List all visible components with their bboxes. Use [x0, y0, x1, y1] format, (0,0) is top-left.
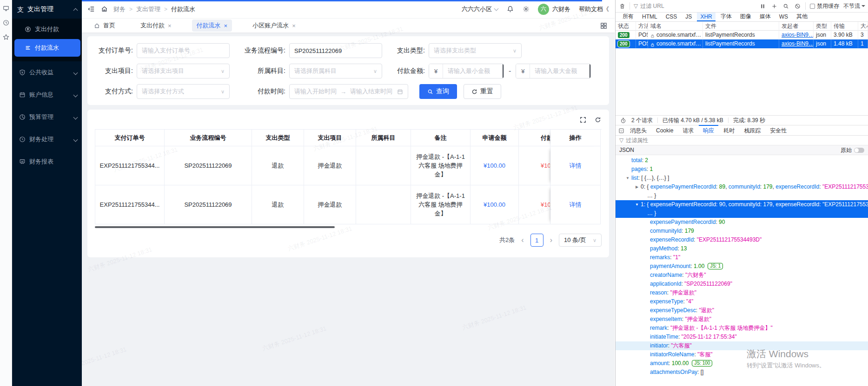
pagination-next-button[interactable]: › [550, 236, 552, 244]
json-tree-row[interactable]: … } [616, 191, 868, 200]
filter-tab-字体[interactable]: 字体 [717, 13, 735, 21]
sidebar-item-财务报表[interactable]: 财务报表 [12, 150, 82, 173]
json-tree-row[interactable]: expensePaymentRecordId: 90 [616, 218, 868, 227]
sidebar-item-预算管理[interactable]: 预算管理 [12, 106, 82, 128]
request-row[interactable]: 200POSTconsole.smartxf…listPaymentRecord… [616, 31, 868, 39]
net-column-方法[interactable]: 方法 [636, 22, 648, 31]
json-tree-row[interactable]: payMethod: 13 [616, 244, 868, 253]
filter-select[interactable]: 请选择支出类型∨ [429, 43, 522, 58]
grid-layout-icon[interactable] [600, 22, 607, 29]
max-amount-input[interactable]: ¥请输入最大金额 [516, 64, 591, 79]
initiator-link[interactable]: axios-BlN9… [779, 31, 814, 39]
json-tree-row[interactable]: expenseTypeDesc: "退款" [616, 306, 868, 315]
tab-首页[interactable]: 首页 [89, 20, 120, 32]
json-tree-row[interactable]: initiator: "六客服" [616, 341, 868, 350]
search-button[interactable]: 查询 [419, 84, 457, 99]
pagination-page-1[interactable]: 1 [530, 234, 543, 247]
close-icon[interactable]: × [168, 22, 172, 29]
tab-小区账户流水[interactable]: 小区账户流水× [248, 20, 300, 32]
community-switcher[interactable]: 六六六小区 [462, 5, 498, 13]
clear-requests-trash-icon[interactable] [618, 2, 626, 10]
json-tree-row[interactable]: paymentAmount: 1.00JS: 1 [616, 262, 868, 271]
search-icon[interactable] [782, 2, 789, 10]
twisty-closed-icon[interactable]: ▶ [634, 183, 640, 191]
filter-tab-媒体[interactable]: 媒体 [756, 13, 774, 21]
filter-tab-其他[interactable]: 其他 [793, 13, 811, 21]
json-tree-row[interactable]: total: 2 [616, 156, 868, 165]
json-tree-row[interactable]: pages: 1 [616, 165, 868, 174]
detail-tab-Cookie[interactable]: Cookie [652, 126, 677, 135]
clock-icon[interactable] [2, 19, 9, 26]
sidebar-item-财务处理[interactable]: 财务处理 [12, 128, 82, 150]
sidebar-item-账户信息[interactable]: 账户信息 [12, 84, 82, 106]
initiator-link[interactable]: axios-BlN9… [779, 39, 814, 48]
filter-url-input[interactable]: ▽ 过滤 URL [634, 2, 755, 10]
json-tree-row[interactable]: communityId: 179 [616, 227, 868, 236]
breadcrumb-item-finance[interactable]: 财务 [113, 5, 126, 13]
sidebar-collapse-icon[interactable] [87, 6, 95, 13]
filter-select[interactable]: 请选择支付方式∨ [137, 84, 230, 99]
json-tree-row[interactable]: ▶0: { expensePaymentRecordId: 89, commun… [616, 183, 868, 191]
json-tree-row[interactable]: reason: "押金退款" [616, 288, 868, 297]
filter-tab-所有[interactable]: 所有 [619, 13, 637, 21]
twisty-open-icon[interactable]: ▼ [625, 174, 630, 183]
horizontal-scrollbar[interactable] [95, 226, 335, 228]
filter-select[interactable]: 请选择所属科目∨ [289, 64, 382, 79]
close-icon[interactable]: × [292, 22, 296, 29]
json-tree-row[interactable]: creatorName: "六财务" [616, 271, 868, 280]
notification-bell-icon[interactable] [506, 6, 514, 13]
json-tree-row[interactable]: expenseItem: "押金退款" [616, 315, 868, 324]
net-column-状态[interactable]: 状态 [616, 22, 636, 31]
json-tree-row[interactable]: expenseType: "4" [616, 297, 868, 306]
close-icon[interactable]: × [224, 22, 228, 29]
date-range-input[interactable]: 请输入开始时间→请输入结束时间 [289, 84, 408, 99]
net-column-传输[interactable]: 传输 [831, 22, 858, 31]
detail-link[interactable]: 详情 [550, 146, 601, 185]
detail-tab-耗时[interactable]: 耗时 [719, 126, 739, 136]
json-tree-row[interactable]: attachmentsOnPay: [] [616, 368, 868, 377]
details-pane-icon[interactable] [617, 127, 625, 134]
twisty-open-icon[interactable]: ▼ [634, 200, 640, 209]
table-refresh-icon[interactable] [594, 116, 602, 124]
filter-tab-CSS[interactable]: CSS [663, 13, 681, 21]
filter-properties-input[interactable]: ▽ 过滤属性 [616, 136, 868, 145]
detail-link[interactable]: 详情 [550, 185, 601, 224]
filter-tab-图像[interactable]: 图像 [737, 13, 755, 21]
disable-cache-checkbox[interactable]: 禁用缓存 [810, 2, 839, 10]
sidebar-group-expense-manage[interactable]: 支 支出管理 [12, 0, 82, 19]
detail-tab-栈跟踪[interactable]: 栈跟踪 [740, 126, 765, 136]
filter-tab-XHR[interactable]: XHR [697, 13, 715, 21]
settings-gear-icon[interactable] [522, 6, 530, 13]
filter-tab-WS[interactable]: WS [776, 13, 791, 21]
new-request-plus-icon[interactable] [770, 2, 778, 10]
home-icon[interactable] [100, 6, 108, 13]
breadcrumb-item-expense-manage[interactable]: 支出管理 [136, 5, 160, 13]
request-row[interactable]: 200POSTconsole.smartxf…listPaymentRecord… [616, 39, 868, 48]
block-requests-icon[interactable] [794, 2, 801, 10]
throttling-select[interactable]: 不节流 [843, 2, 865, 10]
raw-toggle[interactable]: 原始 [841, 146, 864, 154]
help-docs-link[interactable]: 帮助文档《 [579, 5, 609, 13]
net-column-大小[interactable]: 大小 [858, 22, 868, 31]
pause-icon[interactable] [759, 2, 766, 10]
workstation-icon[interactable] [2, 5, 9, 12]
pagination-prev-button[interactable]: ‹ [521, 236, 523, 244]
page-size-select[interactable]: 10 条/页 ∨ [559, 234, 602, 247]
net-column-发起者[interactable]: 发起者 [779, 22, 814, 31]
json-tree-row[interactable]: expenseRecordId: "EXP251112175534493D" [616, 236, 868, 244]
net-column-域名[interactable]: 域名 [648, 22, 703, 31]
user-menu[interactable]: 六 六财务 [538, 4, 570, 15]
json-tree-row[interactable]: ▼list: [ {…}, {…} ] [616, 174, 868, 183]
json-tree-row[interactable]: ▼1: { expensePaymentRecordId: 90, commun… [616, 200, 868, 209]
net-column-类型[interactable]: 类型 [814, 22, 831, 31]
sidebar-item-支出付款[interactable]: 支出付款 [12, 21, 82, 37]
json-tree-row[interactable]: … } [616, 209, 868, 218]
json-tree-row[interactable]: remark: "押金退款 -【A-1-1 六客服 场地费押金】" [616, 324, 868, 333]
tab-付款流水[interactable]: 付款流水× [192, 20, 232, 32]
json-tree-row[interactable]: initiateTime: "2025-11-12 17:55:34" [616, 333, 868, 341]
net-column-文件[interactable]: 文件 [703, 22, 779, 31]
star-icon[interactable] [2, 33, 9, 40]
filter-tab-HTML[interactable]: HTML [639, 13, 661, 21]
json-tree-row[interactable]: amount: 100.00JS: 100 [616, 359, 868, 368]
detail-tab-消息头[interactable]: 消息头 [626, 126, 651, 136]
